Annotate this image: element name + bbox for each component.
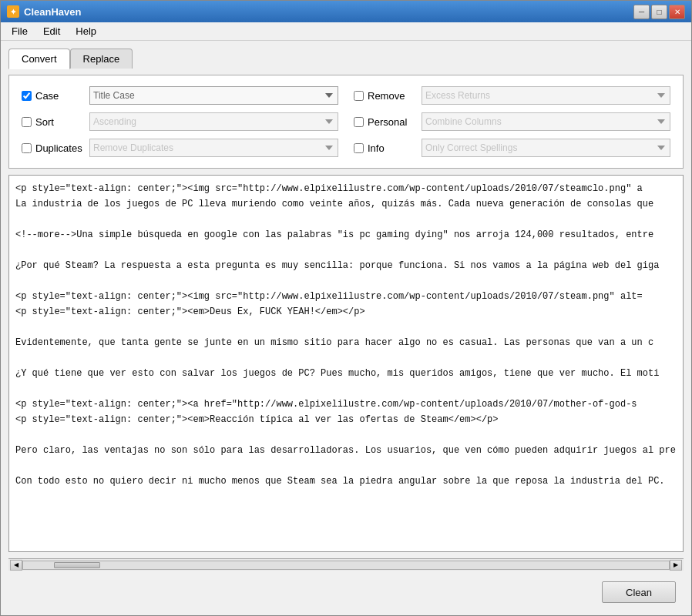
text-line: <p style="text-align: center;"><em>Deus … bbox=[15, 305, 677, 319]
text-line: Pero claro, las ventajas no son sólo par… bbox=[15, 444, 677, 457]
close-button[interactable]: ✕ bbox=[669, 5, 685, 19]
bottom-bar: Clean bbox=[8, 577, 684, 608]
text-line: Con todo esto no quiero decir ni mucho m… bbox=[15, 474, 677, 488]
sort-option-row: Sort Ascending Descending bbox=[22, 112, 338, 131]
case-option-row: Case Title Case UPPERCASE lowercase Sent… bbox=[22, 86, 338, 105]
text-line: Evidentemente, que tanta gente se junte … bbox=[15, 336, 677, 350]
content-area: Convert Replace Case Title Case UP bbox=[1, 41, 691, 615]
case-label[interactable]: Case bbox=[22, 90, 83, 102]
case-checkbox[interactable] bbox=[22, 91, 32, 101]
personal-dropdown[interactable]: Combine Columns Split Columns bbox=[422, 112, 670, 131]
personal-label[interactable]: Personal bbox=[354, 116, 415, 128]
options-panel: Case Title Case UPPERCASE lowercase Sent… bbox=[8, 75, 684, 169]
personal-option-row: Personal Combine Columns Split Columns bbox=[354, 112, 670, 131]
info-checkbox[interactable] bbox=[354, 143, 364, 153]
sort-label[interactable]: Sort bbox=[22, 116, 83, 128]
text-line bbox=[15, 428, 677, 442]
text-line: <p style="text-align: center;"><a href="… bbox=[15, 397, 677, 411]
text-line: <p style="text-align: center;"><img src=… bbox=[15, 290, 677, 303]
text-line: <!--more-->Una simple búsqueda en google… bbox=[15, 228, 677, 242]
right-options: Remove Excess Returns Extra Spaces Blank… bbox=[354, 86, 670, 157]
titlebar: ✦ CleanHaven ─ □ ✕ bbox=[1, 1, 691, 22]
scroll-left-arrow[interactable]: ◀ bbox=[10, 560, 22, 571]
menubar: File Edit Help bbox=[1, 22, 691, 41]
info-dropdown[interactable]: Only Correct Spellings All Spellings bbox=[422, 139, 670, 157]
text-line bbox=[15, 243, 677, 257]
text-area-container[interactable]: <p style="text-align: center;"><img src=… bbox=[8, 175, 684, 552]
info-option-row: Info Only Correct Spellings All Spelling… bbox=[354, 139, 670, 157]
text-line bbox=[15, 274, 677, 288]
scrollbar-thumb[interactable] bbox=[54, 562, 100, 568]
minimize-button[interactable]: ─ bbox=[633, 5, 650, 19]
duplicates-option-row: Duplicates Remove Duplicates Keep Duplic… bbox=[22, 139, 338, 157]
info-label[interactable]: Info bbox=[354, 142, 415, 154]
text-line: <p style="text-align: center;"><img src=… bbox=[15, 182, 677, 196]
sort-dropdown[interactable]: Ascending Descending bbox=[89, 112, 338, 131]
text-line: ¿Por qué Steam? La respuesta a esta preg… bbox=[15, 259, 677, 273]
text-line bbox=[15, 382, 677, 396]
text-content: <p style="text-align: center;"><img src=… bbox=[9, 176, 683, 494]
scrollbar-track[interactable] bbox=[22, 561, 670, 570]
left-options: Case Title Case UPPERCASE lowercase Sent… bbox=[22, 86, 338, 157]
text-line bbox=[15, 213, 677, 226]
window-title: CleanHaven bbox=[24, 6, 629, 18]
app-icon: ✦ bbox=[7, 5, 19, 18]
sort-checkbox[interactable] bbox=[22, 117, 32, 127]
scroll-right-arrow[interactable]: ▶ bbox=[670, 560, 682, 571]
options-grid: Case Title Case UPPERCASE lowercase Sent… bbox=[22, 86, 670, 157]
text-line bbox=[15, 320, 677, 334]
case-dropdown[interactable]: Title Case UPPERCASE lowercase Sentence … bbox=[89, 86, 338, 105]
tab-convert[interactable]: Convert bbox=[8, 49, 70, 69]
text-line bbox=[15, 351, 677, 365]
duplicates-dropdown[interactable]: Remove Duplicates Keep Duplicates bbox=[89, 139, 338, 157]
remove-option-row: Remove Excess Returns Extra Spaces Blank… bbox=[354, 86, 670, 105]
menu-help[interactable]: Help bbox=[68, 24, 104, 38]
duplicates-label[interactable]: Duplicates bbox=[22, 142, 83, 154]
menu-file[interactable]: File bbox=[4, 24, 35, 38]
text-line: ¿Y qué tiene que ver esto con salvar los… bbox=[15, 367, 677, 380]
window-controls: ─ □ ✕ bbox=[633, 5, 685, 19]
maximize-button[interactable]: □ bbox=[651, 5, 667, 19]
tab-replace[interactable]: Replace bbox=[70, 49, 133, 69]
text-line bbox=[15, 459, 677, 473]
remove-dropdown[interactable]: Excess Returns Extra Spaces Blank Lines bbox=[422, 86, 670, 105]
clean-button[interactable]: Clean bbox=[602, 581, 676, 603]
main-window: ✦ CleanHaven ─ □ ✕ File Edit Help Conver… bbox=[0, 0, 692, 616]
text-line: La industria de los juegos de PC lleva m… bbox=[15, 197, 677, 211]
duplicates-checkbox[interactable] bbox=[22, 143, 32, 153]
personal-checkbox[interactable] bbox=[354, 117, 364, 127]
horizontal-scrollbar[interactable]: ◀ ▶ bbox=[8, 558, 684, 571]
tab-strip: Convert Replace bbox=[8, 49, 684, 69]
remove-checkbox[interactable] bbox=[354, 91, 364, 101]
text-line: <p style="text-align: center;"><em>Reacc… bbox=[15, 413, 677, 427]
menu-edit[interactable]: Edit bbox=[35, 24, 68, 38]
remove-label[interactable]: Remove bbox=[354, 90, 415, 102]
